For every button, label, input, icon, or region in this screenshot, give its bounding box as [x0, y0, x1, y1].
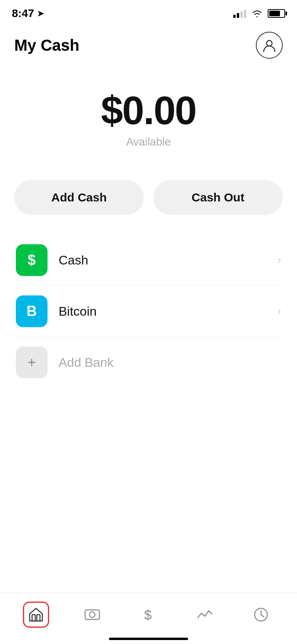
history-icon-wrap	[252, 606, 270, 623]
cash-list-item[interactable]: $ Cash ›	[0, 235, 297, 286]
list-section: $ Cash › B Bitcoin › + Add Bank	[0, 223, 297, 400]
status-time: 8:47 ➤	[12, 7, 44, 20]
clock-icon	[252, 606, 270, 623]
activity-icon	[196, 606, 213, 623]
add-bank-list-item[interactable]: + Add Bank	[0, 337, 297, 388]
bitcoin-icon-text: B	[27, 303, 37, 320]
signal-icon	[233, 9, 246, 18]
balance-label: Available	[0, 136, 297, 148]
svg-text:$: $	[144, 607, 152, 622]
status-icons	[233, 9, 285, 18]
svg-point-4	[89, 612, 95, 617]
wifi-icon	[252, 10, 262, 17]
cash-icon-text: $	[28, 252, 36, 268]
add-bank-label: Add Bank	[59, 355, 281, 370]
profile-icon	[261, 37, 277, 53]
home-icon	[27, 606, 45, 623]
nav-card[interactable]	[72, 599, 112, 631]
cash-chevron-icon: ›	[278, 254, 281, 266]
location-icon: ➤	[37, 9, 44, 18]
action-buttons: Add Cash Cash Out	[0, 160, 297, 223]
header: My Cash	[0, 24, 297, 63]
cash-out-button[interactable]: Cash Out	[153, 180, 283, 215]
add-cash-button[interactable]: Add Cash	[14, 180, 144, 215]
pay-icon-wrap: $	[140, 606, 157, 623]
page-title: My Cash	[14, 36, 80, 54]
nav-pay[interactable]: $	[129, 599, 168, 631]
svg-rect-1	[32, 615, 35, 621]
profile-button[interactable]	[256, 32, 283, 59]
bottom-nav: $	[0, 592, 297, 644]
svg-point-0	[267, 40, 272, 46]
battery-icon	[268, 9, 285, 18]
svg-rect-2	[37, 615, 40, 621]
cash-label: Cash	[59, 253, 278, 268]
bitcoin-list-item[interactable]: B Bitcoin ›	[0, 286, 297, 337]
status-bar: 8:47 ➤	[0, 0, 297, 24]
bitcoin-chevron-icon: ›	[278, 305, 281, 318]
add-bank-icon-bg: +	[16, 347, 48, 378]
cash-icon-bg: $	[16, 244, 48, 276]
home-indicator	[109, 638, 188, 640]
bitcoin-icon-bg: B	[16, 295, 48, 327]
bitcoin-label: Bitcoin	[59, 304, 278, 319]
balance-amount: $0.00	[0, 90, 297, 130]
home-icon-wrap	[23, 602, 49, 628]
svg-rect-3	[85, 610, 99, 619]
time-display: 8:47	[12, 7, 34, 20]
add-bank-plus-icon: +	[27, 354, 36, 371]
card-icon	[84, 606, 101, 623]
dollar-icon: $	[140, 606, 157, 623]
nav-activity[interactable]	[185, 599, 225, 631]
balance-section: $0.00 Available	[0, 63, 297, 160]
nav-history[interactable]	[241, 599, 281, 631]
card-icon-wrap	[84, 606, 101, 623]
nav-home[interactable]	[16, 599, 56, 631]
activity-icon-wrap	[196, 606, 213, 623]
